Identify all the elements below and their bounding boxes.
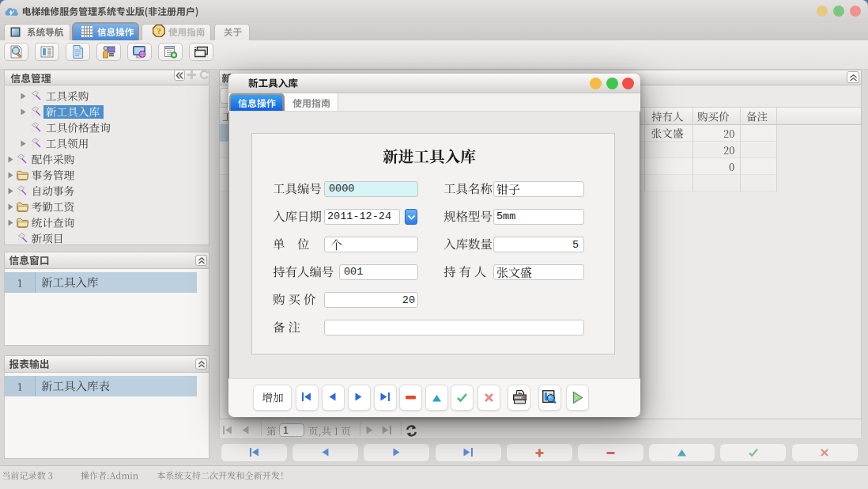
svg-text:?: ? [157, 26, 161, 36]
